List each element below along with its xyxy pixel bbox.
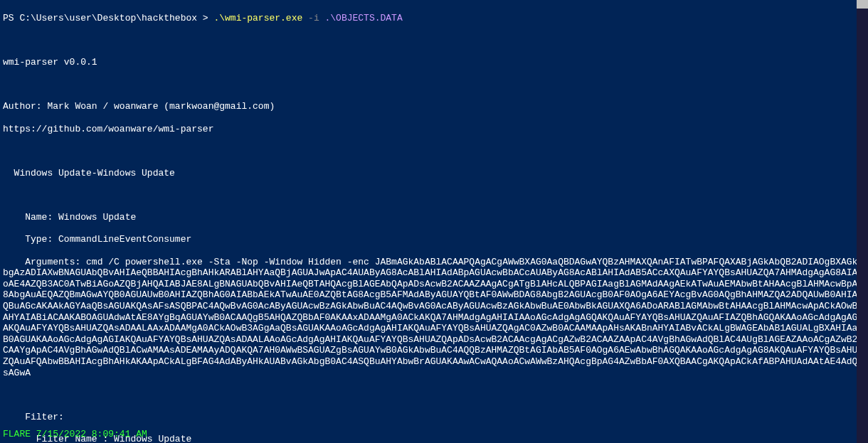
url-line: https://github.com/woanware/wmi-parser bbox=[3, 124, 865, 135]
prompt-datafile: .\OBJECTS.DATA bbox=[325, 13, 403, 23]
encoded-blob: JABmAGkAbABlACAAPQAgACgAWwBXAG0AaQBDAGwA… bbox=[3, 257, 863, 378]
prompt-executable: .\wmi-parser.exe bbox=[213, 13, 302, 23]
type-line: Type: CommandLineEventConsumer bbox=[3, 234, 865, 245]
prompt-path: PS C:\Users\user\Desktop\hackthebox > bbox=[3, 13, 213, 23]
arguments-line: Arguments: cmd /C powershell.exe -Sta -N… bbox=[3, 257, 865, 379]
section1-header: Windows Update-Windows Update bbox=[3, 168, 865, 179]
scrollbar-thumb[interactable] bbox=[857, 0, 868, 9]
author-line: Author: Mark Woan / woanware (markwoan@g… bbox=[3, 101, 865, 112]
banner-line: wmi-parser v0.0.1 bbox=[3, 57, 865, 68]
scrollbar-track[interactable] bbox=[857, 0, 868, 443]
name-line: Name: Windows Update bbox=[3, 212, 865, 223]
command-line: PS C:\Users\user\Desktop\hackthebox > .\… bbox=[3, 13, 865, 24]
terminal-output[interactable]: PS C:\Users\user\Desktop\hackthebox > .\… bbox=[0, 0, 868, 443]
prompt-flag: -i bbox=[302, 13, 324, 23]
filter-header: Filter: bbox=[3, 412, 865, 423]
status-bar: FLARE 7/15/2022 8:09:41 AM bbox=[3, 429, 147, 440]
